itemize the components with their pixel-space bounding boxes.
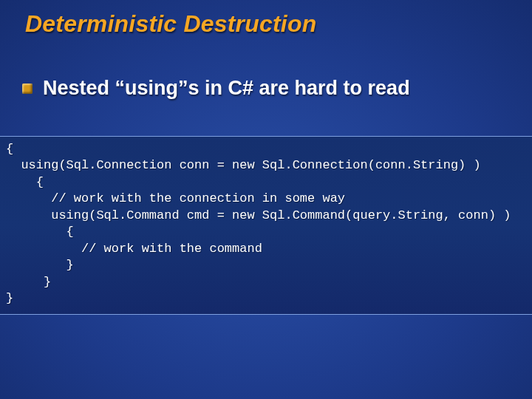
code-block: { using(Sql.Connection conn = new Sql.Co… — [6, 141, 526, 307]
bullet-square-icon — [22, 83, 33, 94]
bullet-text: Nested “using”s in C# are hard to read — [43, 77, 410, 100]
slide-title: Deterministic Destruction — [25, 10, 316, 38]
bullet-row: Nested “using”s in C# are hard to read — [22, 77, 410, 100]
slide: Deterministic Destruction Nested “using”… — [0, 0, 532, 399]
code-box: { using(Sql.Connection conn = new Sql.Co… — [0, 136, 532, 315]
